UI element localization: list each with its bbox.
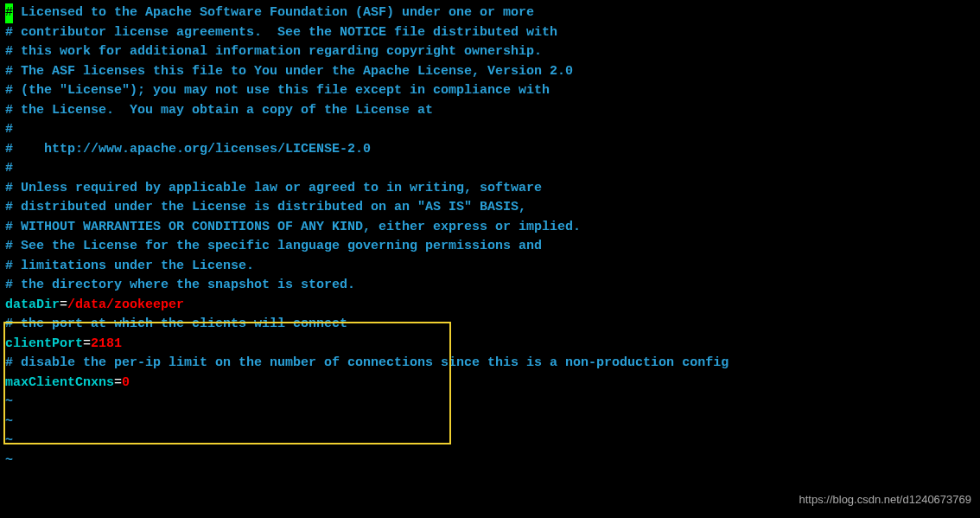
code-line: # Unless required by applicable law or a… bbox=[5, 179, 975, 199]
empty-line-tilde: ~ bbox=[5, 432, 975, 451]
equals-sign: = bbox=[114, 375, 122, 390]
cursor-block: # bbox=[5, 3, 13, 23]
code-line: # bbox=[5, 159, 975, 179]
code-line: # the port at which the clients will con… bbox=[5, 315, 975, 335]
code-line: # bbox=[5, 120, 975, 140]
equals-sign: = bbox=[60, 297, 67, 312]
config-line-datadir: dataDir=/data/zookeeper bbox=[5, 296, 975, 316]
config-key: dataDir bbox=[5, 297, 60, 312]
config-key: maxClientCnxns bbox=[5, 375, 114, 390]
equals-sign: = bbox=[83, 336, 91, 351]
config-value: /data/zookeeper bbox=[67, 297, 184, 312]
code-line: # http://www.apache.org/licenses/LICENSE… bbox=[5, 140, 975, 160]
code-line: # this work for additional information r… bbox=[5, 42, 975, 62]
code-line: # WITHOUT WARRANTIES OR CONDITIONS OF AN… bbox=[5, 218, 975, 238]
code-line: # The ASF licenses this file to You unde… bbox=[5, 62, 975, 82]
code-line: # distributed under the License is distr… bbox=[5, 198, 975, 218]
code-line: # Licensed to the Apache Software Founda… bbox=[5, 3, 975, 23]
code-line: # the directory where the snapshot is st… bbox=[5, 276, 975, 296]
config-line-maxcnxns: maxClientCnxns=0 bbox=[5, 374, 975, 393]
terminal-editor[interactable]: # Licensed to the Apache Software Founda… bbox=[5, 3, 975, 470]
code-line: # See the License for the specific langu… bbox=[5, 237, 975, 257]
config-line-clientport: clientPort=2181 bbox=[5, 335, 975, 355]
code-line: # disable the per-ip limit on the number… bbox=[5, 354, 975, 374]
empty-line-tilde: ~ bbox=[5, 412, 975, 432]
watermark-text: https://blog.csdn.net/d1240673769 bbox=[799, 491, 972, 508]
empty-line-tilde: ~ bbox=[5, 451, 975, 471]
code-line: # the License. You may obtain a copy of … bbox=[5, 101, 975, 121]
comment-text: Licensed to the Apache Software Foundati… bbox=[13, 5, 534, 20]
code-line: # (the "License"); you may not use this … bbox=[5, 81, 975, 101]
code-line: # contributor license agreements. See th… bbox=[5, 23, 975, 43]
empty-line-tilde: ~ bbox=[5, 393, 975, 412]
config-value: 0 bbox=[122, 375, 130, 390]
config-key: clientPort bbox=[5, 336, 83, 351]
config-value: 2181 bbox=[91, 336, 122, 351]
code-line: # limitations under the License. bbox=[5, 257, 975, 277]
